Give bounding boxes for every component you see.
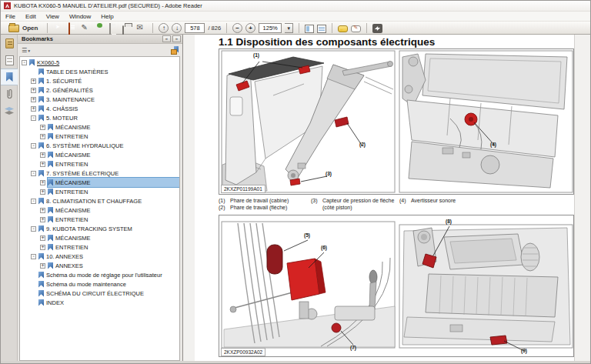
previous-page-button[interactable]: ↑	[159, 23, 169, 33]
bookmark-item[interactable]: -7. SYSTÈME ÉLECTRIQUE	[20, 169, 179, 178]
bookmark-item[interactable]: +MÉCANISME	[20, 205, 179, 215]
expand-icon[interactable]: +	[40, 208, 45, 213]
bookmark-item[interactable]: -9. KUBOTA TRACKING SYSTEM	[20, 224, 179, 233]
callout-1: (1)	[253, 52, 259, 58]
bookmark-item[interactable]: -6. SYSTÈME HYDRAULIQUE	[20, 141, 179, 150]
bookmark-item[interactable]: +ENTRETIEN	[20, 187, 179, 196]
menu-edit[interactable]: Edit	[25, 13, 36, 20]
toolbar-separator	[366, 23, 367, 33]
new-bookmark-icon[interactable]	[171, 46, 179, 55]
bookmark-item[interactable]: +ENTRETIEN	[20, 132, 179, 141]
bookmark-item[interactable]: -10. ANNEXES	[20, 252, 179, 261]
fullscreen-icon[interactable]	[372, 24, 382, 33]
collapse-icon[interactable]: -	[31, 254, 36, 259]
expand-icon[interactable]: +	[31, 88, 36, 93]
bookmark-label: INDEX	[46, 299, 64, 306]
bookmark-item[interactable]: +ENTRETIEN	[20, 242, 179, 252]
bookmark-label: ENTRETIEN	[55, 244, 88, 251]
bookmark-item[interactable]: +2. GÉNÉRALITÉS	[20, 85, 179, 95]
bookmark-item[interactable]: -KX060-5	[20, 58, 179, 67]
signatures-panel-button[interactable]	[1, 35, 18, 52]
collapse-icon[interactable]: -	[31, 226, 36, 232]
menu-file[interactable]: File	[5, 13, 15, 20]
bookmark-item[interactable]: +MÉCANISME	[20, 233, 179, 242]
bookmark-item[interactable]: +MÉCANISME	[20, 150, 179, 159]
comment-icon[interactable]	[338, 25, 348, 32]
bookmark-item[interactable]: Schéma du mode de réglage pour l'utilisa…	[20, 270, 179, 279]
scrolling-mode-icon[interactable]	[305, 25, 314, 33]
bookmark-item[interactable]: +ENTRETIEN	[20, 215, 179, 224]
bookmark-icon	[38, 281, 44, 288]
open-button[interactable]: Open	[5, 23, 42, 32]
bookmark-item[interactable]: +4. CHÂSSIS	[20, 104, 179, 113]
bookmarks-panel-button[interactable]	[1, 68, 18, 85]
zoom-in-button[interactable]: +	[245, 23, 255, 33]
collapse-icon[interactable]: -	[31, 171, 36, 176]
section-heading: 1.1 Disposition des composants électriqu…	[219, 36, 435, 48]
caption-text: Avertisseur sonore	[411, 197, 456, 204]
bookmark-icon	[48, 124, 53, 131]
bookmark-item[interactable]: Schéma du mode maintenance	[20, 279, 179, 289]
bookmark-icon	[38, 198, 44, 205]
bookmark-item[interactable]: +ENTRETIEN	[20, 159, 179, 169]
bookmark-label: ANNEXES	[55, 262, 83, 269]
expand-icon[interactable]: +	[40, 152, 45, 158]
expand-panel-button[interactable]: »	[172, 35, 181, 42]
bookmark-item[interactable]: +MÉCANISME	[20, 122, 179, 132]
caption-text: Capteur de pression de flèche	[322, 197, 394, 204]
toolbar-separator	[332, 23, 332, 33]
callout-4: (4)	[490, 142, 496, 147]
attachments-panel-button[interactable]	[1, 85, 18, 102]
figure-1: (1) (2) (3) (4) 2KXZP01199A01	[219, 48, 574, 195]
bookmark-icon	[48, 235, 53, 242]
bookmark-icon	[38, 299, 44, 306]
expand-icon[interactable]: +	[31, 78, 36, 84]
bookmark-item[interactable]: +3. MAINTENANCE	[20, 95, 179, 104]
menu-view[interactable]: View	[46, 13, 59, 20]
menu-help[interactable]: Help	[101, 13, 113, 20]
expand-icon[interactable]: +	[40, 180, 45, 185]
bookmark-item[interactable]: -5. MOTEUR	[20, 113, 179, 122]
expand-icon[interactable]: +	[40, 263, 45, 269]
pdf-page[interactable]: 1.1 Disposition des composants électriqu…	[195, 35, 575, 364]
annotate-icon[interactable]	[351, 25, 361, 32]
bookmark-item[interactable]: +1. SÉCURITÉ	[20, 76, 179, 85]
bookmark-item[interactable]: INDEX	[20, 298, 179, 307]
bookmark-label: MÉCANISME	[55, 152, 90, 159]
expand-icon[interactable]: +	[40, 125, 45, 130]
zoom-level-input[interactable]	[259, 23, 282, 33]
collapse-panel-button[interactable]: «	[162, 35, 171, 42]
expand-icon[interactable]: +	[40, 217, 45, 222]
expand-icon[interactable]: +	[40, 235, 45, 241]
next-page-button[interactable]: ↓	[172, 23, 182, 33]
collapse-icon[interactable]: -	[31, 199, 36, 204]
expand-icon[interactable]: +	[40, 189, 45, 195]
expand-icon[interactable]: +	[31, 106, 36, 112]
expand-icon[interactable]: +	[31, 97, 36, 102]
zoom-out-button[interactable]: −	[232, 23, 242, 33]
page-thumbnails-button[interactable]	[1, 52, 18, 68]
bookmark-item[interactable]: +MÉCANISME	[20, 178, 179, 187]
email-icon[interactable]: ✉	[136, 23, 147, 32]
page-display-icon[interactable]	[317, 25, 326, 33]
page-number-input[interactable]	[185, 23, 205, 33]
sign-icon[interactable]: ✎	[81, 23, 92, 32]
expand-icon[interactable]: +	[40, 245, 45, 250]
zoom-dropdown-button[interactable]: ▼	[285, 23, 293, 33]
collapse-icon[interactable]: -	[22, 60, 27, 65]
bookmark-item[interactable]: TABLE DES MATIÈRES	[20, 67, 179, 76]
bookmark-item[interactable]: -8. CLIMATISATION ET CHAUFFAGE	[20, 196, 179, 205]
expand-icon[interactable]: +	[40, 134, 45, 139]
bookmark-icon	[48, 207, 53, 214]
layers-panel-button[interactable]	[1, 102, 18, 119]
document-area[interactable]: 1.1 Disposition des composants électriqu…	[184, 35, 591, 363]
expand-icon[interactable]: +	[40, 162, 45, 167]
bookmark-icon	[38, 115, 44, 122]
bookmark-item[interactable]: SCHÉMA DU CIRCUIT ÉLECTRIQUE	[20, 289, 179, 298]
menu-window[interactable]: Window	[69, 13, 91, 20]
collapse-icon[interactable]: -	[31, 143, 36, 149]
bookmarks-options-icon[interactable]: ☰▼	[22, 47, 171, 54]
bookmark-item[interactable]: +ANNEXES	[20, 261, 179, 270]
bookmark-label: TABLE DES MATIÈRES	[46, 68, 109, 75]
collapse-icon[interactable]: -	[31, 115, 36, 121]
